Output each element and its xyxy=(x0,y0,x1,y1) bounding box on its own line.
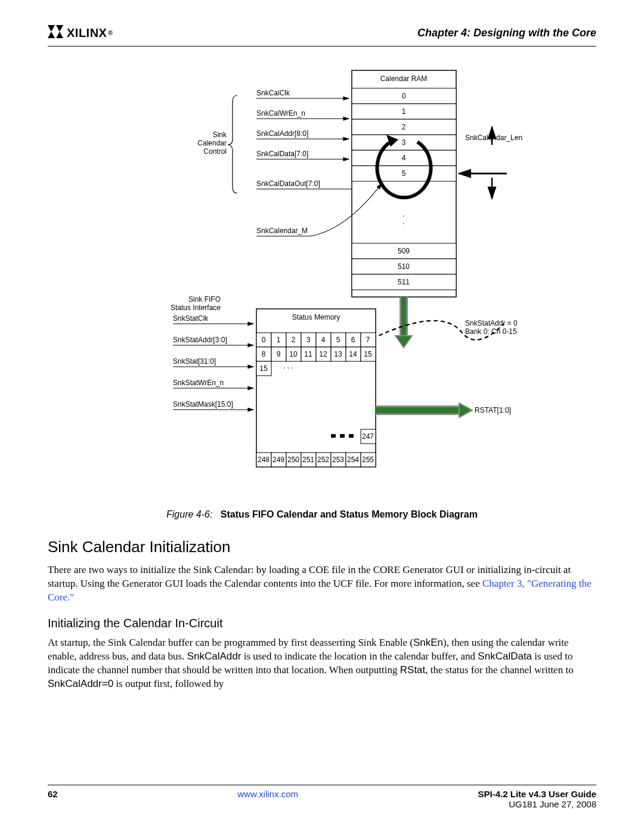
doc-id: UG181 June 27, 2008 xyxy=(478,799,596,809)
svg-text:255: 255 xyxy=(362,456,374,464)
svg-text:SnkStatMask[15:0]: SnkStatMask[15:0] xyxy=(173,400,233,408)
svg-marker-0 xyxy=(48,25,55,38)
svg-marker-46 xyxy=(395,336,412,348)
svg-rect-85 xyxy=(331,434,336,438)
svg-text:SnkCalData[7:0]: SnkCalData[7:0] xyxy=(256,150,308,158)
svg-text:0: 0 xyxy=(262,336,266,344)
calendar-ram-title: Calendar RAM xyxy=(380,75,428,83)
svg-text:SnkCalAddr[8:0]: SnkCalAddr[8:0] xyxy=(256,129,308,138)
svg-text:. . .: . . . xyxy=(283,362,293,370)
svg-text:SnkStatAddr = 0: SnkStatAddr = 0 xyxy=(465,319,518,327)
footer-url-link[interactable]: www.xilinx.com xyxy=(237,789,298,799)
page-number: 62 xyxy=(48,789,58,809)
svg-text:9: 9 xyxy=(277,350,281,358)
svg-text:10: 10 xyxy=(289,350,298,358)
page-footer: 62 www.xilinx.com SPI-4.2 Lite v4.3 User… xyxy=(48,785,596,809)
paragraph-2: At startup, the Sink Calendar buffer can… xyxy=(48,636,596,691)
svg-text:254: 254 xyxy=(347,456,359,464)
svg-text:4: 4 xyxy=(321,336,326,344)
svg-text:250: 250 xyxy=(287,456,299,464)
svg-text:1: 1 xyxy=(277,336,281,344)
svg-text:247: 247 xyxy=(362,432,374,441)
svg-text:.: . xyxy=(402,218,404,226)
logo-icon xyxy=(48,24,67,42)
svg-text:SnkCalClk: SnkCalClk xyxy=(256,89,290,97)
svg-text:2: 2 xyxy=(292,336,296,344)
svg-text:SnkStatAddr[3:0]: SnkStatAddr[3:0] xyxy=(173,336,227,344)
svg-text:RSTAT[1:0]: RSTAT[1:0] xyxy=(475,406,511,414)
doc-title: SPI-4.2 Lite v4.3 User Guide xyxy=(478,789,596,799)
svg-text:SnkCalendar_M: SnkCalendar_M xyxy=(256,227,308,235)
svg-text:Sink: Sink xyxy=(213,131,227,139)
svg-text:3: 3 xyxy=(306,336,311,344)
svg-text:0: 0 xyxy=(402,92,406,100)
svg-text:2: 2 xyxy=(402,123,406,131)
svg-text:15: 15 xyxy=(364,350,372,358)
block-diagram: Calendar RAM 0 1 2 3 4 5 . . 509 xyxy=(48,64,596,506)
chapter-label: Chapter 4: Designing with the Core xyxy=(417,27,596,39)
svg-text:6: 6 xyxy=(351,336,355,344)
calendar-ram-rows: 0 1 2 3 4 5 xyxy=(352,88,456,181)
svg-text:4: 4 xyxy=(402,154,406,162)
svg-text:11: 11 xyxy=(304,350,312,358)
svg-text:SnkCalendar_Len: SnkCalendar_Len xyxy=(465,134,522,142)
svg-text:248: 248 xyxy=(258,456,270,464)
svg-text:5: 5 xyxy=(402,169,406,178)
svg-text:SnkCalWrEn_n: SnkCalWrEn_n xyxy=(256,109,305,117)
svg-text:13: 13 xyxy=(334,350,342,358)
paragraph-1: There are two ways to initialize the Sin… xyxy=(48,563,596,605)
sink-calendar-signals: SnkCalClk SnkCalWrEn_n SnkCalAddr[8:0] S… xyxy=(256,89,352,189)
svg-text:SnkStat[31:0]: SnkStat[31:0] xyxy=(173,357,216,366)
figure-caption: Figure 4-6: Status FIFO Calendar and Sta… xyxy=(48,509,596,520)
figure-title: Status FIFO Calendar and Status Memory B… xyxy=(221,509,478,519)
svg-text:3: 3 xyxy=(402,138,406,147)
svg-text:7: 7 xyxy=(366,336,370,344)
svg-text:Calendar: Calendar xyxy=(197,139,227,147)
svg-text:8: 8 xyxy=(262,350,266,358)
svg-text:252: 252 xyxy=(317,456,329,464)
svg-text:509: 509 xyxy=(398,247,410,255)
section-heading: Sink Calendar Initialization xyxy=(48,538,596,556)
registered-mark: ® xyxy=(108,30,113,36)
svg-marker-1 xyxy=(56,25,63,38)
svg-text:253: 253 xyxy=(332,456,344,464)
svg-text:251: 251 xyxy=(302,456,314,464)
logo-text: XILINX xyxy=(67,26,107,40)
svg-text:SnkStatClk: SnkStatClk xyxy=(173,314,209,323)
svg-text:12: 12 xyxy=(319,350,327,358)
svg-marker-120 xyxy=(459,403,472,417)
svg-text:SnkStatWrEn_n: SnkStatWrEn_n xyxy=(173,379,224,387)
xilinx-logo: XILINX ® xyxy=(48,24,113,42)
page-header: XILINX ® Chapter 4: Designing with the C… xyxy=(48,24,596,47)
svg-text:249: 249 xyxy=(273,456,284,464)
svg-text:Bank 0: Ch 0-15: Bank 0: Ch 0-15 xyxy=(465,327,517,336)
svg-text:Status Interface: Status Interface xyxy=(171,304,221,312)
svg-text:Sink FIFO: Sink FIFO xyxy=(188,295,221,304)
svg-rect-87 xyxy=(349,434,354,438)
subsection-heading: Initializing the Calendar In-Circuit xyxy=(48,617,596,630)
svg-text:15: 15 xyxy=(259,364,268,373)
svg-text:14: 14 xyxy=(349,350,357,358)
figure-label: Figure 4-6: xyxy=(166,509,212,519)
svg-text:SnkCalDataOut[7:0]: SnkCalDataOut[7:0] xyxy=(256,179,320,188)
svg-text:5: 5 xyxy=(336,336,340,344)
sink-fifo-signals: SnkStatClk SnkStatAddr[3:0] SnkStat[31:0… xyxy=(173,314,253,410)
svg-text:511: 511 xyxy=(398,278,410,286)
svg-text:.: . xyxy=(402,210,404,218)
status-memory-title: Status Memory xyxy=(292,313,340,321)
svg-text:1: 1 xyxy=(402,107,406,116)
svg-rect-86 xyxy=(340,434,345,438)
svg-text:510: 510 xyxy=(398,262,410,271)
svg-text:Control: Control xyxy=(203,147,227,156)
